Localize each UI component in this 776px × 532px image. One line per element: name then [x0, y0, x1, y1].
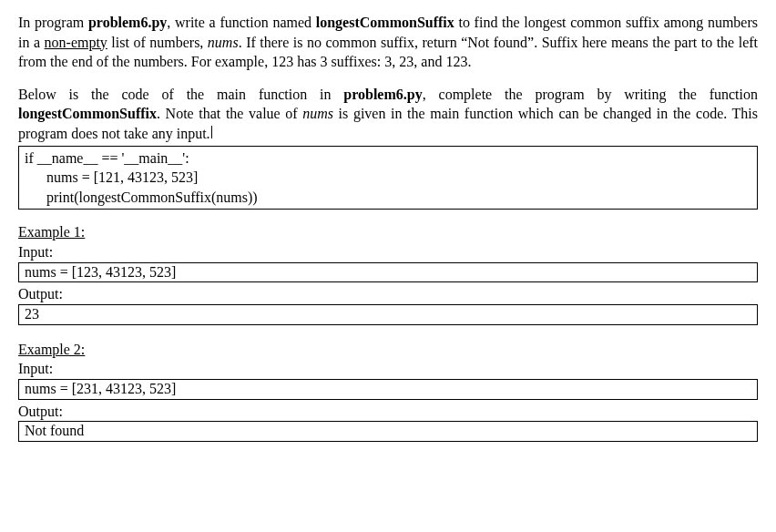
input-label: Input:	[18, 359, 758, 379]
input-label: Input:	[18, 242, 758, 262]
code-line: if __name__ == '__main__':	[25, 148, 751, 169]
example-2: Example 2: Input: nums = [231, 43123, 52…	[18, 340, 758, 442]
text: list of numbers,	[107, 35, 208, 50]
nums-var: nums	[208, 35, 239, 50]
example-1: Example 1: Input: nums = [123, 43123, 52…	[18, 222, 758, 324]
function-name: longestCommonSuffix	[18, 106, 157, 121]
example-title: Example 2:	[18, 340, 758, 360]
filename: problem6.py	[88, 15, 167, 30]
text: In program	[18, 15, 88, 30]
output-label: Output:	[18, 402, 758, 422]
non-empty: non-empty	[45, 35, 107, 50]
input-box: nums = [231, 43123, 523]	[18, 379, 758, 400]
input-box: nums = [123, 43123, 523]	[18, 262, 758, 283]
text: , complete the program by writing the fu…	[423, 87, 758, 102]
example-title: Example 1:	[18, 222, 758, 242]
code-line: print(longestCommonSuffix(nums))	[25, 188, 751, 208]
nums-var: nums	[302, 106, 333, 121]
text: . Note that the value of	[157, 106, 302, 121]
main-code-box: if __name__ == '__main__': nums = [121, …	[18, 146, 758, 210]
text: Below is the code of the main function i…	[18, 87, 343, 102]
second-paragraph: Below is the code of the main function i…	[18, 85, 758, 144]
filename: problem6.py	[343, 87, 422, 102]
output-box: Not found	[18, 421, 758, 442]
function-name: longestCommonSuffix	[316, 15, 454, 30]
text: , write a function named	[167, 15, 315, 30]
output-box: 23	[18, 304, 758, 325]
intro-paragraph: In program problem6.py, write a function…	[18, 13, 758, 72]
output-label: Output:	[18, 284, 758, 304]
code-line: nums = [121, 43123, 523]	[25, 168, 751, 188]
